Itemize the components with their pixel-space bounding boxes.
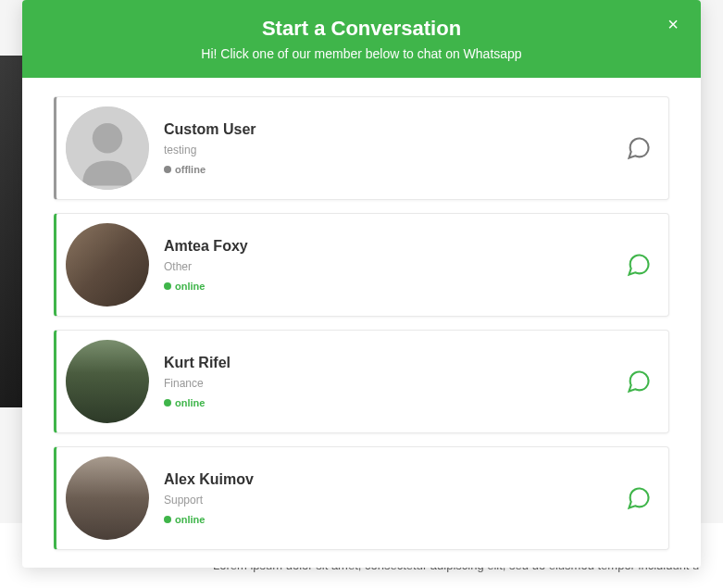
svg-point-1 xyxy=(93,123,122,153)
conversation-modal: × Start a Conversation Hi! Click one of … xyxy=(22,0,701,568)
status-dot-icon xyxy=(164,282,171,290)
member-card[interactable]: Amtea Foxy Other online xyxy=(54,213,669,317)
status-dot-icon xyxy=(164,399,171,407)
member-info: Kurt Rifel Finance online xyxy=(164,355,626,408)
member-name: Custom User xyxy=(164,121,626,138)
status-text: online xyxy=(175,514,205,525)
member-status: online xyxy=(164,281,626,292)
avatar xyxy=(66,457,149,540)
member-card[interactable]: Alex Kuimov Support online xyxy=(54,446,669,550)
modal-title: Start a Conversation xyxy=(41,17,682,41)
member-info: Amtea Foxy Other online xyxy=(164,238,626,292)
member-card[interactable]: Custom User testing offline xyxy=(54,96,669,200)
member-info: Alex Kuimov Support online xyxy=(164,471,626,525)
avatar xyxy=(66,340,149,423)
member-card[interactable]: Kurt Rifel Finance online xyxy=(54,330,669,433)
member-status: online xyxy=(164,514,626,525)
member-role: Finance xyxy=(164,377,626,390)
modal-subtitle: Hi! Click one of our member below to cha… xyxy=(41,46,682,61)
avatar xyxy=(66,106,149,190)
member-status: offline xyxy=(164,164,626,175)
avatar xyxy=(66,223,149,307)
whatsapp-icon xyxy=(626,369,652,394)
avatar-photo xyxy=(66,340,149,423)
member-role: Support xyxy=(164,494,626,507)
close-icon: × xyxy=(667,15,679,33)
member-status: online xyxy=(164,397,626,408)
avatar-placeholder-icon xyxy=(66,106,149,190)
whatsapp-icon xyxy=(626,485,652,511)
modal-header: × Start a Conversation Hi! Click one of … xyxy=(22,0,701,78)
status-text: offline xyxy=(175,164,206,175)
member-role: Other xyxy=(164,260,626,273)
status-dot-icon xyxy=(164,516,171,523)
member-role: testing xyxy=(164,144,626,156)
avatar-photo xyxy=(66,457,149,540)
status-text: online xyxy=(175,281,205,292)
avatar-photo xyxy=(66,223,149,307)
members-list: Custom User testing offline Amtea Foxy O… xyxy=(22,78,701,568)
member-name: Alex Kuimov xyxy=(164,471,626,488)
close-button[interactable]: × xyxy=(662,13,684,35)
whatsapp-icon xyxy=(626,252,652,278)
member-info: Custom User testing offline xyxy=(164,121,626,175)
status-text: online xyxy=(175,397,205,408)
status-dot-icon xyxy=(164,166,171,173)
whatsapp-icon xyxy=(626,135,652,161)
member-name: Amtea Foxy xyxy=(164,238,626,255)
member-name: Kurt Rifel xyxy=(164,355,626,371)
